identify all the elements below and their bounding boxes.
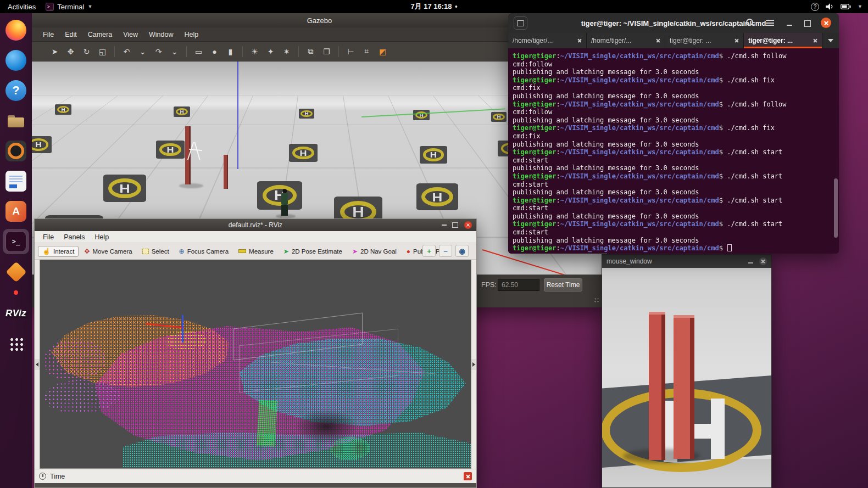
tab-close-icon[interactable] [655, 38, 660, 43]
helipad-tile: H [416, 183, 458, 210]
pose-estimate-button[interactable]: ➤2D Pose Estimate [279, 246, 347, 257]
mouse-window-viewport[interactable] [602, 268, 771, 487]
measure-button[interactable]: Measure [234, 246, 278, 257]
rotate-tool-button[interactable]: ↻ [79, 44, 94, 59]
remove-tool-button[interactable]: − [439, 245, 452, 257]
rviz-menu-help[interactable]: Help [90, 233, 114, 241]
mouse-window-titlebar[interactable]: mouse_window [602, 255, 771, 268]
scrollbar-thumb[interactable] [834, 178, 838, 238]
minimize-button[interactable] [747, 257, 755, 265]
tab-list-dropdown[interactable] [822, 33, 839, 48]
close-button[interactable] [759, 257, 767, 265]
minimize-button[interactable] [785, 19, 794, 27]
rviz-menu-panels[interactable]: Panels [59, 233, 90, 241]
gazebo-menu-help[interactable]: Help [179, 31, 204, 38]
focus-camera-icon: ⊕ [179, 248, 185, 255]
terminal-tab-1[interactable]: /home/tiger/... [508, 33, 587, 48]
camera-view-button[interactable]: ◉ [455, 245, 469, 257]
spot-light-button[interactable]: ✦ [263, 44, 278, 59]
dock-item-terminal[interactable]: >_ [3, 229, 29, 254]
joint-button[interactable]: ◩ [375, 44, 390, 59]
clock-menu[interactable]: 7月 17 16:18 [410, 2, 457, 12]
gazebo-menu-edit[interactable]: Edit [59, 31, 82, 38]
directional-light-button[interactable]: ✶ [279, 44, 294, 59]
nav-goal-button[interactable]: ➤2D Nav Goal [348, 246, 401, 257]
gazebo-menu-view[interactable]: View [118, 31, 143, 38]
panel-collapse-left[interactable] [35, 359, 40, 370]
dock-item-help[interactable]: ? [3, 78, 29, 103]
paste-button[interactable]: ❐ [319, 44, 334, 59]
redo-button[interactable]: ↷ [151, 44, 166, 59]
window-switcher-icon[interactable] [514, 16, 527, 30]
undo-history-button[interactable]: ⌄ [135, 44, 150, 59]
dock-item-software[interactable]: A [3, 199, 29, 224]
close-button[interactable] [464, 221, 472, 229]
helipad-tile: H [289, 144, 318, 162]
terminal-tab-3[interactable]: tiger@tiger: ... [665, 33, 744, 48]
dock-item-files[interactable] [3, 108, 29, 133]
gazebo-menu-camera[interactable]: Camera [82, 31, 118, 38]
dock-item-messenger[interactable] [3, 48, 29, 73]
panel-collapse-right[interactable] [471, 359, 476, 370]
maximize-button[interactable] [451, 221, 459, 229]
terminal-line: cmd:start [513, 228, 834, 237]
rviz-3d-viewport[interactable] [40, 260, 471, 469]
terminal-tab-2[interactable]: /home/tiger/... [587, 33, 665, 48]
dock-item-show-apps[interactable] [3, 331, 29, 356]
search-icon[interactable] [744, 18, 756, 29]
terminal-headerbar[interactable]: tiger@tiger: ~/VISIM_single/catkin_ws/sr… [508, 13, 839, 33]
move-camera-button[interactable]: ✥Move Camera [80, 246, 136, 257]
minimize-button[interactable] [440, 221, 448, 229]
interact-button[interactable]: ☝Interact [38, 246, 79, 257]
scale-tool-button[interactable]: ◱ [95, 44, 110, 59]
translate-tool-button[interactable]: ✥ [63, 44, 78, 59]
select-tool-button[interactable]: ➤ [47, 44, 62, 59]
app-menu[interactable]: >_ Terminal ▼ [46, 3, 92, 11]
align-button[interactable]: ⊢ [343, 44, 358, 59]
hamburger-menu-icon[interactable] [766, 20, 774, 26]
output-text: publishing and latching message for 3.0 … [513, 237, 699, 244]
gazebo-menu-file[interactable]: File [37, 31, 59, 38]
dock-item-writer[interactable] [3, 169, 29, 194]
copy-button[interactable]: ⧉ [303, 44, 318, 59]
box-shape-button[interactable]: ▭ [191, 44, 206, 59]
dock-item-media-player[interactable] [3, 138, 29, 164]
resize-grip[interactable] [594, 298, 599, 303]
undo-history-icon: ⌄ [140, 47, 146, 56]
fps-value-field[interactable]: 62.50 [498, 279, 539, 291]
time-panel-close-button[interactable] [464, 472, 472, 480]
add-tool-button[interactable]: + [422, 245, 436, 257]
rviz-menu-file[interactable]: File [38, 233, 59, 241]
undo-button[interactable]: ↶ [119, 44, 134, 59]
time-panel: Time [35, 469, 476, 483]
sphere-shape-button[interactable]: ● [207, 44, 222, 59]
system-indicators[interactable]: ? ▼ [811, 0, 863, 13]
redo-history-icon: ⌄ [171, 47, 178, 56]
dock-item-rviz[interactable]: RViz [3, 301, 29, 326]
gazebo-menus: FileEditCameraViewWindowHelp [37, 31, 204, 38]
point-light-button[interactable]: ☀ [247, 44, 262, 59]
maximize-button[interactable] [803, 19, 811, 27]
activities-button[interactable]: Activities [8, 3, 36, 11]
tab-close-icon[interactable] [813, 38, 817, 43]
terminal-line: cmd:start [513, 156, 834, 165]
close-button[interactable] [821, 18, 831, 28]
dock-item-running-dot[interactable] [3, 289, 29, 296]
redo-history-button[interactable]: ⌄ [167, 44, 182, 59]
terminal-line: cmd:fix [513, 132, 834, 141]
snap-button[interactable]: ⌗ [359, 44, 374, 59]
select-button[interactable]: Select [138, 246, 174, 257]
prompt-dollar: $ [719, 124, 727, 132]
tab-close-icon[interactable] [734, 38, 739, 43]
dock-item-ros-box[interactable] [3, 259, 29, 284]
tab-close-icon[interactable] [577, 38, 582, 43]
gazebo-menu-window[interactable]: Window [143, 31, 179, 38]
focus-camera-button[interactable]: ⊕Focus Camera [175, 246, 233, 257]
reset-time-button[interactable]: Reset Time [544, 278, 582, 291]
helipad-ring: H [421, 187, 453, 206]
dock-item-firefox[interactable] [3, 18, 29, 43]
terminal-output[interactable]: tiger@tiger:~/VISIM_single/catkin_ws/src… [508, 48, 839, 254]
rviz-titlebar[interactable]: default.rviz* - RViz [35, 219, 476, 231]
terminal-tab-4[interactable]: tiger@tiger: ... [744, 33, 822, 48]
cylinder-shape-button[interactable]: ▮ [223, 44, 238, 59]
